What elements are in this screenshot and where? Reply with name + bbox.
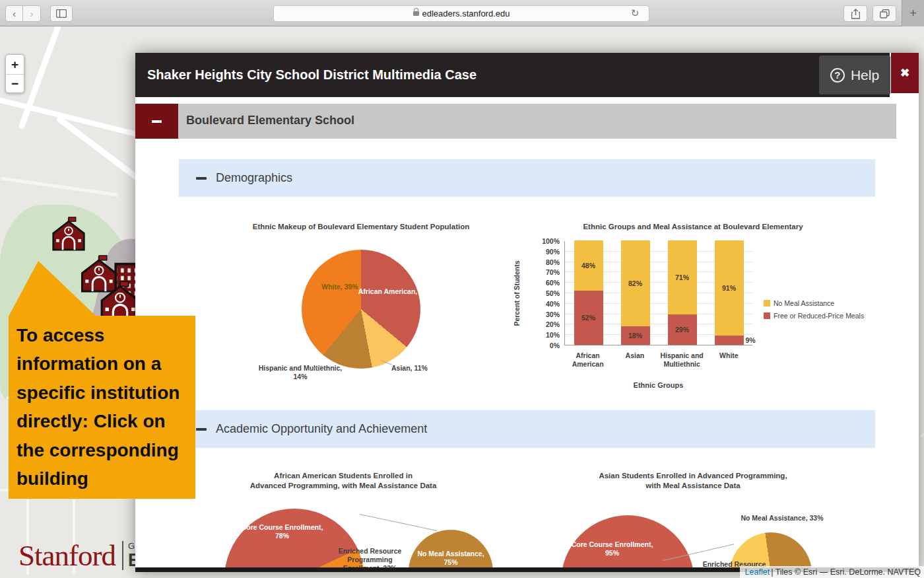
map-road [920, 410, 924, 438]
question-circle-icon: ? [830, 68, 845, 83]
help-button[interactable]: ? Help [819, 55, 890, 94]
modal-title: Shaker Heights City School District Mult… [147, 67, 477, 83]
forward-button[interactable]: › [23, 5, 41, 22]
pie1-label-african-american: African American, 36% [354, 287, 437, 296]
bar-segment: 9% [715, 336, 744, 345]
collapse-school-button[interactable] [135, 104, 178, 139]
ethnic-makeup-pie[interactable] [302, 250, 420, 369]
title-line: Asian Students Enrolled in Advanced Prog… [554, 471, 832, 481]
share-button[interactable] [843, 5, 867, 22]
pie3-label-core: Core Course Enrollment, 78% [238, 523, 327, 540]
y-tick-label: 100% [521, 237, 560, 245]
share-icon [851, 9, 860, 19]
back-button[interactable]: ‹ [5, 5, 23, 22]
section-label: Academic Opportunity and Achievement [216, 422, 427, 436]
reload-button[interactable]: ↻ [628, 7, 642, 20]
sidebar-icon [56, 9, 67, 18]
close-button[interactable]: ✖ [891, 53, 919, 93]
minus-icon [196, 428, 207, 431]
url-text: edleaders.stanford.edu [422, 9, 510, 18]
zoom-out-button[interactable]: − [6, 74, 24, 93]
help-label: Help [851, 67, 879, 83]
connector-line [360, 514, 438, 531]
map-attribution: Leaflet | Tiles © Esri — Esri. DeLorme. … [740, 566, 924, 578]
bar-value-label: 9% [746, 336, 768, 344]
y-tick-label: 30% [521, 310, 560, 318]
pie1-title: Ethnic Makeup of Boulevard Elementary St… [209, 222, 513, 232]
bar-title: Ethnic Groups and Meal Assistance at Bou… [558, 222, 828, 232]
stacked-bar[interactable]: 71%29% [668, 240, 697, 345]
y-tick-label: 60% [521, 279, 560, 287]
y-tick-label: 0% [521, 342, 560, 349]
legend-item-no-meal: No Meal Assistance [764, 299, 864, 307]
pie3-label-no-meal: No Meal Assistance, 75% [411, 550, 490, 567]
lock-icon [413, 11, 419, 16]
bar-category-label: African American [565, 351, 611, 369]
zoom-in-button[interactable]: + [6, 55, 24, 74]
stanford-wordmark: Stanford [18, 538, 116, 573]
bar-segment: 82% [621, 240, 650, 326]
bar-segment: 18% [621, 326, 650, 345]
tiles-credit: | Tiles © Esri — Esri. DeLorme. NAVTEQ [771, 567, 921, 577]
bar-legend: No Meal Assistance Free or Reduced-Price… [764, 299, 864, 320]
school-section-bar: Boulevard Elementary School [135, 104, 896, 139]
y-tick-label: 70% [521, 268, 560, 276]
pie4-label-no-meal: No Meal Assistance, 33% [729, 514, 835, 523]
minus-icon [152, 120, 162, 123]
stacked-bar[interactable]: 48%52% [574, 240, 603, 345]
browser-toolbar: ‹ › edleaders.stanford.edu ↻ + [0, 0, 924, 26]
logo-divider [122, 541, 123, 570]
minus-icon [196, 177, 207, 180]
callout-pointer [9, 261, 96, 316]
bar-category-label: White [706, 351, 752, 369]
demographics-section-bar[interactable]: Demographics [179, 159, 875, 197]
bar-segment: 71% [668, 240, 697, 314]
sidebar-toggle-button[interactable] [50, 5, 73, 22]
y-tick-label: 40% [521, 300, 560, 308]
map-zoom-control: + − [5, 54, 24, 93]
y-tick-label: 20% [521, 320, 560, 328]
pie4-label-core: Core Course Enrollment, 95% [571, 540, 653, 558]
title-line: with Meal Assistance Data [554, 481, 832, 491]
leaflet-link[interactable]: Leaflet [745, 567, 770, 577]
bar-category-label: Asian [612, 351, 658, 369]
legend-swatch-red [764, 312, 770, 319]
tabs-icon [880, 9, 890, 18]
case-modal: Shaker Heights City School District Mult… [135, 53, 919, 572]
bar-value-label: 52% [574, 314, 603, 322]
bar-value-label: 91% [715, 284, 744, 292]
close-icon: ✖ [900, 66, 909, 80]
academic-section-bar[interactable]: Academic Opportunity and Achievement [179, 410, 875, 448]
bar-segment: 29% [668, 314, 697, 345]
bar-value-label: 48% [574, 262, 603, 270]
section-label: Demographics [216, 171, 292, 185]
bar-value-label: 82% [621, 279, 650, 287]
pie3-title: African American Students Enrolled in Ad… [211, 471, 475, 491]
legend-label: No Meal Assistance [774, 299, 834, 307]
bar-x-axis-title: Ethnic Groups [564, 381, 752, 389]
title-line: African American Students Enrolled in [211, 471, 475, 481]
bar-segment: 48% [574, 240, 603, 291]
legend-label: Free or Reduced-Price Meals [774, 312, 864, 320]
bar-value-label: 71% [668, 273, 697, 281]
bar-y-axis-label: Percent of Students [513, 260, 521, 326]
stacked-bar[interactable]: 82%18% [621, 240, 650, 345]
instruction-callout: To access information on a specific inst… [9, 316, 195, 499]
bar-x-labels: African AmericanAsianHispanic and Multie… [564, 351, 752, 369]
school-building-icon[interactable] [50, 217, 88, 251]
tab-overview-button[interactable] [873, 5, 896, 22]
y-tick-label: 50% [521, 289, 560, 297]
title-line: Advanced Programming, with Meal Assistan… [211, 481, 475, 491]
legend-swatch-yellow [764, 300, 770, 307]
address-bar[interactable]: edleaders.stanford.edu [273, 5, 649, 22]
y-tick-label: 90% [521, 248, 560, 256]
new-tab-button[interactable]: + [902, 0, 924, 26]
y-tick-label: 80% [521, 258, 560, 266]
stacked-bar[interactable]: 91%9% [715, 240, 744, 345]
school-section-title: Boulevard Elementary School [186, 114, 354, 127]
map-road [1, 176, 119, 196]
bar-segment: 91% [715, 240, 744, 336]
y-tick-label: 10% [521, 331, 560, 339]
bar-plot: 48%52%82%18%71%29%91%9% [564, 241, 752, 345]
screen: + − Stanford G E Leaflet | Tiles © Esri … [0, 0, 924, 578]
